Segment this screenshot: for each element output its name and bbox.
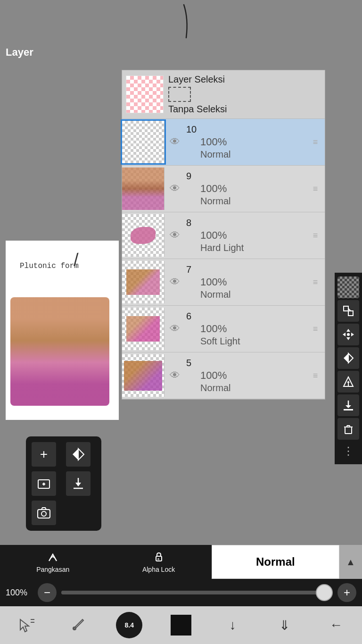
thumb-art-8 xyxy=(131,227,156,244)
svg-point-7 xyxy=(347,333,350,336)
flip-icon xyxy=(71,447,86,462)
checker-tool-button[interactable] xyxy=(337,276,359,298)
move-tool-button[interactable] xyxy=(337,324,359,345)
canvas-artwork xyxy=(10,297,109,406)
svg-marker-23 xyxy=(78,449,84,460)
opacity-value-label: 100% xyxy=(6,588,33,598)
layer-visibility-7[interactable]: 👁 xyxy=(166,276,183,288)
layer-seleksi-row[interactable]: Layer Seleksi Tanpa Seleksi xyxy=(122,70,325,119)
layer-menu-10[interactable]: ≡ xyxy=(308,137,323,147)
layer-visibility-6[interactable]: 👁 xyxy=(166,323,183,335)
svg-text:a: a xyxy=(157,557,159,560)
minus-icon: − xyxy=(44,586,50,599)
layer-row-8[interactable]: 👁 8 100% Hard Light ≡ xyxy=(122,212,325,259)
layer-blend-8: Hard Light xyxy=(200,243,244,253)
layer-row-5[interactable]: 👁 5 100% Normal ≡ xyxy=(122,352,325,399)
color-selector[interactable] xyxy=(166,610,196,640)
layer-row-7[interactable]: 👁 7 100% Normal ≡ xyxy=(122,259,325,306)
layer-blend-10: Normal xyxy=(200,149,230,160)
plus-icon: + xyxy=(344,586,350,599)
layer-panel: Layer Seleksi Tanpa Seleksi 👁 10 100% No… xyxy=(122,70,325,400)
layer-info-7: 7 100% Normal xyxy=(183,264,308,300)
scale-tool-button[interactable] xyxy=(337,371,359,393)
add-layer-button[interactable]: + xyxy=(32,442,56,467)
svg-marker-15 xyxy=(346,405,351,408)
layer-menu-7[interactable]: ≡ xyxy=(308,277,323,287)
undo-icon: ↓ xyxy=(230,618,236,633)
trash-tool-button[interactable] xyxy=(337,418,359,440)
layer-menu-8[interactable]: ≡ xyxy=(308,231,323,241)
svg-marker-22 xyxy=(73,449,78,460)
layer-row-6[interactable]: 👁 6 100% Soft Light ≡ xyxy=(122,306,325,352)
alpha-lock-icon: a xyxy=(152,551,165,564)
layer-thumb-7 xyxy=(122,261,165,303)
layer-menu-5[interactable]: ≡ xyxy=(308,371,323,381)
back-button[interactable]: ← xyxy=(321,610,351,640)
selection-rect xyxy=(168,87,191,102)
layer-number-7: 7 xyxy=(186,264,191,275)
camera-button[interactable] xyxy=(32,501,56,525)
layer-opacity-6: 100% xyxy=(200,323,227,335)
svg-marker-9 xyxy=(348,353,353,363)
svg-marker-29 xyxy=(75,483,81,486)
download-tool-button[interactable] xyxy=(337,394,359,416)
layer-info-9: 9 100% Normal xyxy=(183,171,308,207)
tanpa-seleksi-label: Tanpa Seleksi xyxy=(168,104,227,115)
layer-thumb-10 xyxy=(122,121,165,163)
brush-size-selector[interactable]: 8.4 xyxy=(114,610,144,640)
blend-mode-label: Normal xyxy=(256,555,295,569)
layer-menu-9[interactable]: ≡ xyxy=(308,184,323,194)
more-options-button[interactable]: ⋮ xyxy=(343,442,354,460)
brush-size-display: 8.4 xyxy=(116,612,142,638)
layer-visibility-9[interactable]: 👁 xyxy=(166,183,183,195)
svg-rect-31 xyxy=(38,510,50,518)
svg-rect-1 xyxy=(348,311,353,316)
add-group-button[interactable] xyxy=(32,471,56,496)
opacity-slider-fill xyxy=(61,591,333,594)
opacity-bar: 100% − + xyxy=(0,579,362,606)
layer-menu-6[interactable]: ≡ xyxy=(308,324,323,334)
merge-down-button[interactable] xyxy=(66,471,90,496)
layer-info-8: 8 100% Hard Light xyxy=(183,217,308,253)
layer-thumb-9 xyxy=(122,167,165,210)
flip-layer-button[interactable] xyxy=(66,442,90,467)
thumb-art-7 xyxy=(126,269,160,295)
layer-row-10[interactable]: 👁 10 100% Normal ≡ xyxy=(122,119,325,166)
chevron-up-icon: ▲ xyxy=(346,557,355,568)
blend-mode-chevron-button[interactable]: ▲ xyxy=(339,545,362,579)
color-display xyxy=(171,615,191,636)
select-tool-button[interactable] xyxy=(11,610,41,640)
alpha-lock-button[interactable]: a Alpha Lock xyxy=(106,545,211,579)
layer-number-5: 5 xyxy=(186,358,191,368)
pangkasan-icon xyxy=(46,551,59,564)
brush-tool-button[interactable] xyxy=(63,610,93,640)
svg-rect-17 xyxy=(345,427,352,434)
redo-button[interactable]: ⇓ xyxy=(269,610,299,640)
transform-tool-button[interactable] xyxy=(337,300,359,322)
layer-visibility-8[interactable]: 👁 xyxy=(166,229,183,242)
brush-size-value: 8.4 xyxy=(125,621,134,629)
back-icon: ← xyxy=(329,618,343,633)
svg-marker-8 xyxy=(344,353,348,363)
layer-opacity-9: 100% xyxy=(200,183,227,195)
layer-visibility-5[interactable]: 👁 xyxy=(166,369,183,382)
alpha-lock-label: Alpha Lock xyxy=(142,566,175,573)
layer-opacity-5: 100% xyxy=(200,369,227,382)
layer-seleksi-info: Layer Seleksi Tanpa Seleksi xyxy=(168,74,227,115)
panel-title: Layer xyxy=(6,46,33,59)
thumb-checker-10 xyxy=(122,121,164,163)
layer-visibility-10[interactable]: 👁 xyxy=(166,136,183,148)
opacity-slider-thumb[interactable] xyxy=(316,584,333,601)
opacity-increase-button[interactable]: + xyxy=(337,583,356,602)
layer-info-5: 5 100% Normal xyxy=(183,358,308,393)
pangkasan-button[interactable]: Pangkasan xyxy=(0,545,106,579)
blend-mode-button[interactable]: Normal xyxy=(212,545,339,579)
opacity-decrease-button[interactable]: − xyxy=(38,583,57,602)
opacity-slider-track[interactable] xyxy=(61,591,333,594)
flip-tool-button[interactable] xyxy=(337,347,359,369)
layer-row-9[interactable]: 👁 9 100% Normal ≡ xyxy=(122,166,325,212)
layer-number-8: 8 xyxy=(186,217,191,228)
svg-rect-0 xyxy=(344,306,348,311)
undo-button[interactable]: ↓ xyxy=(218,610,248,640)
merge-down-icon xyxy=(71,476,86,491)
